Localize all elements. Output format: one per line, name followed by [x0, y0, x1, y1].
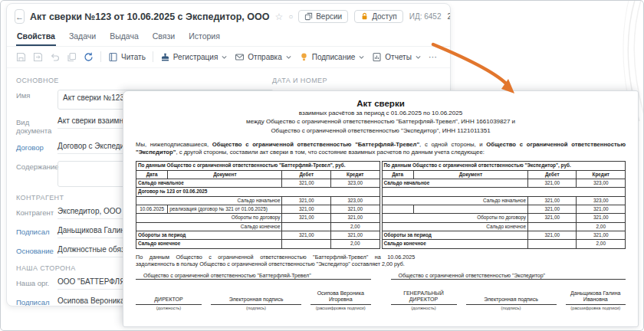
copy-icon[interactable]: [67, 52, 77, 62]
signing-button[interactable]: Подписание: [299, 52, 366, 62]
signature-post-right: ГЕНЕРАЛЬНЫЙ ДИРЕКТОР: [391, 290, 457, 305]
signature-row: ДИРЕКТОР (должность) Электронная подпись…: [136, 290, 626, 310]
signing-bulb-icon: [299, 52, 309, 62]
signature-org-left: Общество с ограниченной ответственностью…: [136, 273, 371, 280]
access-button[interactable]: Доступ: [354, 10, 403, 23]
save-icon[interactable]: [16, 52, 26, 62]
doc-intro-paragraph: Мы, нижеподписавшиеся, Общество с ограни…: [136, 141, 626, 158]
cp-signed-label[interactable]: Подписал: [16, 226, 58, 236]
content-label: Содержание: [16, 161, 58, 171]
doc-between-line1: между Общество с ограниченной ответствен…: [136, 118, 626, 126]
signature-sign-left: Электронная подпись: [211, 297, 301, 304]
tab-properties[interactable]: Свойства: [16, 28, 56, 46]
watch-toggle-icon[interactable]: ○: [288, 13, 293, 21]
name-label: Имя: [16, 90, 58, 100]
tab-links[interactable]: Связи: [152, 28, 176, 46]
save-close-icon[interactable]: [33, 52, 43, 62]
tab-history[interactable]: История: [188, 28, 221, 46]
document-preview: Акт сверки взаимных расчётов за период с…: [123, 90, 639, 327]
counterparty-label: Контрагент: [16, 207, 58, 217]
versions-button[interactable]: Версии: [298, 10, 348, 23]
section-date-number: ДАТА И НОМЕР: [272, 77, 442, 84]
our-org-label: Наша орг.: [16, 277, 58, 287]
signature-name-left: Осипова Вероника Игоревна: [310, 290, 371, 305]
back-button[interactable]: ←: [15, 9, 25, 24]
signature-name-right: Даньщикова Галина Ивановна: [566, 290, 626, 305]
signature-sign-right: Электронная подпись: [466, 297, 557, 304]
more-actions-button[interactable]: ⋯: [429, 52, 438, 62]
registration-button[interactable]: Регистрация: [160, 52, 228, 62]
doc-between-line2: Общество с ограниченной ответственностью…: [136, 127, 626, 135]
tab-bar: Свойства Задачи Выдача Связи История: [7, 26, 450, 47]
doc-id: ИД: 6452: [409, 12, 442, 21]
stamp-icon: [160, 52, 170, 62]
page-title: Акт сверки №123 от 10.06.2025 с Экспедит…: [30, 11, 269, 22]
chevron-down-icon: [221, 54, 228, 61]
reconciliation-tables: По данным Общество с ограниченной ответс…: [136, 161, 626, 248]
signature-post-left: ДИРЕКТОР: [136, 297, 202, 304]
undo-icon[interactable]: [50, 52, 60, 62]
report-chart-icon: [372, 52, 382, 62]
doc-summary-paragraph: По данным Общество с ограниченной ответс…: [136, 254, 415, 268]
read-button[interactable]: Читать: [108, 52, 146, 62]
section-main: ОСНОВНОЕ: [16, 77, 274, 84]
back-icon: ←: [15, 12, 24, 21]
doc-type-label: Вид документа: [16, 116, 58, 135]
table-our-org: По данным Общество с ограниченной ответс…: [136, 161, 380, 248]
send-button[interactable]: Отправка: [235, 52, 291, 62]
chevron-down-icon: [285, 54, 292, 61]
contract-label[interactable]: Договор: [16, 142, 58, 152]
chevron-down-icon: [358, 54, 365, 61]
book-icon: [108, 52, 118, 62]
versions-icon: [304, 12, 313, 21]
refresh-icon[interactable]: [84, 52, 94, 62]
our-signed-label[interactable]: Подписал: [16, 297, 58, 306]
doc-title: Акт сверки: [136, 99, 626, 108]
chevron-down-icon: [415, 54, 422, 61]
toolbar: Читать Регистрация Отправка Подписание: [7, 47, 450, 68]
favorite-star-icon[interactable]: ☆: [274, 12, 283, 21]
tab-issue[interactable]: Выдача: [109, 28, 140, 46]
cp-basis-label[interactable]: Основание: [16, 245, 58, 255]
table-counterparty-org: По данным Общество с ограниченной ответс…: [382, 161, 626, 248]
reports-button[interactable]: Отчеты: [372, 52, 422, 62]
tab-tasks[interactable]: Задачи: [68, 28, 97, 46]
doc-subtitle: взаимных расчётов за период с 01.06.2025…: [136, 110, 626, 117]
signature-org-right: Общество с ограниченной ответственностью…: [391, 273, 626, 280]
window-header: ← Акт сверки №123 от 10.06.2025 с Экспед…: [7, 4, 450, 26]
pager-counter: 2 из 38: [448, 12, 452, 21]
lock-icon: [360, 12, 369, 21]
envelope-icon: [235, 52, 245, 62]
